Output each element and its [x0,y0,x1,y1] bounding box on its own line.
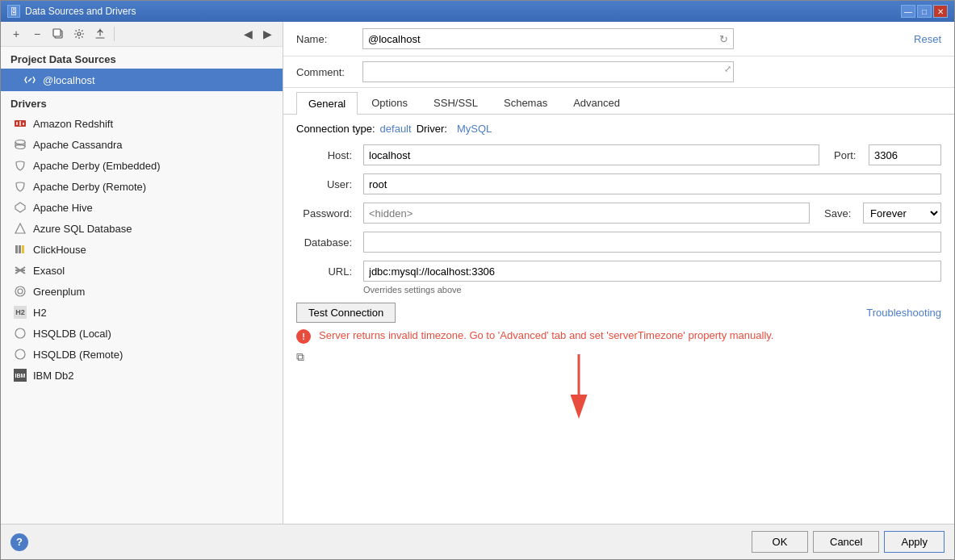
driver-label: Greenplum [33,286,85,298]
right-panel: Name: ↻ Reset Comment: ⤢ General [283,22,954,524]
comment-input[interactable] [362,61,734,82]
password-input[interactable] [363,203,810,224]
svg-line-3 [28,78,31,81]
save-select[interactable]: Forever Until restart Never [863,203,941,224]
reset-link[interactable]: Reset [914,33,941,45]
svg-rect-16 [22,245,24,253]
tab-general[interactable]: General [296,92,358,115]
troubleshooting-link[interactable]: Troubleshooting [866,307,941,319]
export-button[interactable] [91,25,109,43]
driver-static-label: Driver: [417,123,447,135]
database-row: Database: [296,232,941,253]
database-input[interactable] [363,232,941,253]
selected-datasource[interactable]: @localhost [1,69,283,91]
save-label: Save: [824,207,857,219]
url-label: URL: [296,265,357,278]
driver-item-amazon-redshift[interactable]: Amazon Redshift [1,113,283,134]
driver-item-hsqldb-local[interactable]: HSQLDB (Local) [1,323,283,344]
copy-error-icon[interactable]: ⧉ [296,350,311,364]
driver-label: Azure SQL Database [33,223,132,235]
tab-schemas[interactable]: Schemas [492,91,559,114]
window-icon: 🗄 [7,5,20,18]
ok-button[interactable]: OK [752,531,808,553]
left-panel: + − ◀ ▶ Project Data Sources [1,22,283,524]
driver-link[interactable]: MySQL [457,123,492,135]
datasource-icon [23,73,36,86]
connection-type-label: Connection type: [296,123,375,135]
tab-sshssl[interactable]: SSH/SSL [421,91,490,114]
help-button[interactable]: ? [10,533,28,551]
driver-label: Apache Derby (Remote) [33,181,146,193]
content-area: Connection type: default Driver: MySQL H… [283,115,954,524]
left-toolbar: + − ◀ ▶ [1,22,283,47]
expand-icon[interactable]: ⤢ [724,64,731,74]
selected-datasource-label: @localhost [43,74,95,86]
add-button[interactable]: + [7,25,25,43]
error-section: ! ⧉ Server returns invalid timezone. Go … [296,329,941,419]
back-button[interactable]: ◀ [239,25,257,43]
driver-item-apache-derby-embedded[interactable]: Apache Derby (Embedded) [1,155,283,176]
port-input[interactable] [869,144,941,165]
name-section: Name: ↻ Reset [283,22,954,56]
connection-type-link[interactable]: default [380,123,412,135]
host-label: Host: [296,149,357,161]
user-row: User: [296,173,941,194]
minimize-button[interactable]: — [901,5,915,18]
driver-item-apache-hive[interactable]: Apache Hive [1,197,283,218]
project-section-header: Project Data Sources [1,47,283,69]
driver-item-h2[interactable]: H2 H2 [1,302,283,323]
clickhouse-icon [14,243,27,256]
drivers-header: Drivers [1,91,283,113]
driver-item-greenplum[interactable]: Greenplum [1,281,283,302]
driver-item-clickhouse[interactable]: ClickHouse [1,239,283,260]
remove-button[interactable]: − [28,25,46,43]
host-input[interactable] [363,144,819,165]
driver-item-apache-cassandra[interactable]: Apache Cassandra [1,134,283,155]
user-input[interactable] [363,173,941,194]
amazon-redshift-icon [14,117,27,130]
driver-item-exasol[interactable]: Exasol [1,260,283,281]
copy-button[interactable] [49,25,67,43]
hsqldb-local-icon [14,327,27,340]
forward-button[interactable]: ▶ [258,25,276,43]
host-row: Host: Port: [296,144,941,165]
title-bar: 🗄 Data Sources and Drivers — □ ✕ [1,1,954,22]
test-connection-button[interactable]: Test Connection [296,303,396,323]
apache-derby-remote-icon [14,180,27,193]
driver-item-apache-derby-remote[interactable]: Apache Derby (Remote) [1,176,283,197]
settings-button[interactable] [70,25,88,43]
comment-section: Comment: ⤢ [283,56,954,88]
connection-type-row: Connection type: default Driver: MySQL [296,123,941,135]
hsqldb-remote-icon [14,348,27,361]
svg-rect-14 [15,245,18,253]
driver-label: HSQLDB (Remote) [33,349,123,361]
h2-icon: H2 [14,306,27,319]
ibm-db2-icon: IBM [14,369,27,382]
name-label: Name: [296,33,353,45]
url-input[interactable] [363,261,941,282]
window-controls: — □ ✕ [901,5,948,18]
driver-item-hsqldb-remote[interactable]: HSQLDB (Remote) [1,344,283,365]
restore-button[interactable]: □ [917,5,932,18]
svg-rect-15 [19,245,21,253]
bottom-bar: ? OK Cancel Apply [1,524,954,559]
svg-point-23 [15,349,25,359]
driver-label: IBM Db2 [33,370,74,382]
driver-label: ClickHouse [33,244,86,256]
tab-options[interactable]: Options [359,91,420,114]
tab-advanced[interactable]: Advanced [561,91,632,114]
driver-label: H2 [33,307,47,319]
error-content: Server returns invalid timezone. Go to '… [319,329,773,419]
svg-point-2 [77,32,81,36]
driver-label: Amazon Redshift [33,118,113,130]
driver-item-azure-sql[interactable]: Azure SQL Database [1,218,283,239]
cancel-button[interactable]: Cancel [813,531,879,553]
svg-point-8 [15,140,25,144]
apply-button[interactable]: Apply [884,531,945,553]
svg-marker-12 [15,203,25,212]
close-button[interactable]: ✕ [933,5,948,18]
driver-item-ibm-db2[interactable]: IBM IBM Db2 [1,365,283,386]
error-icons: ! ⧉ [296,329,311,419]
reload-button[interactable]: ↻ [715,31,731,47]
name-input[interactable] [362,28,734,49]
